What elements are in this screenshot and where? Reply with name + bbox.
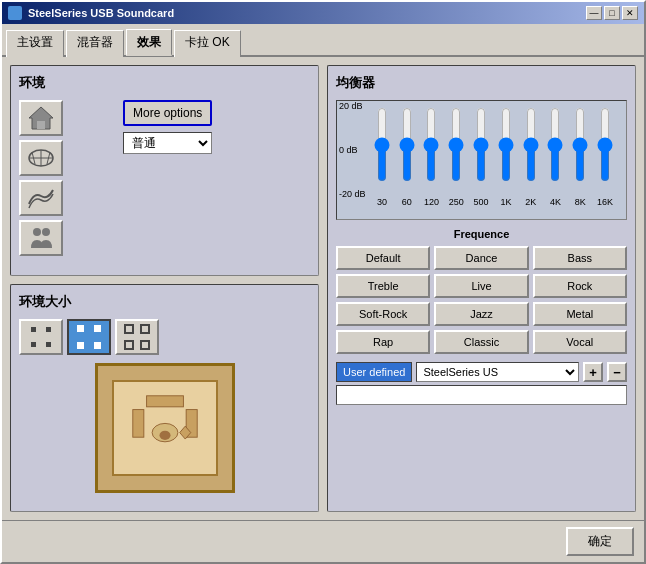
tab-main-settings[interactable]: 主设置 [6,30,64,57]
environment-size-panel: 环境大小 [10,284,319,513]
eq-slider-500 [470,107,492,197]
room-furniture-svg [114,382,216,474]
user-defined-select[interactable]: SteelSeries US [416,362,579,382]
preset-treble[interactable]: Treble [336,274,430,298]
env-icon-house[interactable] [19,100,63,136]
eq-slider-250-input[interactable] [448,107,464,182]
eq-slider-250 [445,107,467,197]
eq-slider-2k-input[interactable] [523,107,539,182]
stadium-icon [27,184,55,212]
freq-1k: 1K [495,197,517,207]
svg-rect-12 [46,342,51,347]
preset-classic[interactable]: Classic [434,330,528,354]
close-button[interactable]: ✕ [622,6,638,20]
svg-point-7 [33,228,41,236]
env-dropdown[interactable]: 普通 [123,132,212,154]
user-defined-label: User defined [336,362,412,382]
svg-point-25 [159,430,170,439]
svg-point-8 [42,228,50,236]
svg-rect-20 [141,341,149,349]
app-icon [8,6,22,20]
eq-db-labels: 20 dB 0 dB -20 dB [339,101,366,199]
svg-rect-9 [31,327,36,332]
eq-db-low: -20 dB [339,189,366,199]
freq-16k: 16K [594,197,616,207]
freq-2k: 2K [520,197,542,207]
tab-effects[interactable]: 效果 [126,29,172,56]
eq-display: 20 dB 0 dB -20 dB [336,100,627,220]
size-small-button[interactable] [19,319,63,355]
size-large-icon [123,323,151,351]
eq-slider-30-input[interactable] [374,107,390,182]
people-icon [27,224,55,252]
maximize-button[interactable]: □ [604,6,620,20]
remove-preset-button[interactable]: − [607,362,627,382]
env-size-panel-title: 环境大小 [19,293,310,311]
freq-500: 500 [470,197,492,207]
title-controls: — □ ✕ [586,6,638,20]
tab-karaoke[interactable]: 卡拉 OK [174,30,241,57]
eq-slider-4k-input[interactable] [547,107,563,182]
preset-default[interactable]: Default [336,246,430,270]
eq-slider-120-input[interactable] [423,107,439,182]
freq-30: 30 [371,197,393,207]
main-window: SteelSeries USB Soundcard — □ ✕ 主设置 混音器 … [0,0,646,564]
size-medium-button[interactable] [67,319,111,355]
eq-slider-1k-input[interactable] [498,107,514,182]
room-inner [112,380,218,476]
preset-live[interactable]: Live [434,274,528,298]
title-bar-text: SteelSeries USB Soundcard [8,6,174,20]
svg-rect-13 [77,325,84,332]
size-buttons [19,319,310,355]
svg-rect-11 [31,342,36,347]
svg-rect-21 [146,395,183,406]
user-defined-row: User defined SteelSeries US + − [336,362,627,382]
freq-250: 250 [445,197,467,207]
eq-slider-500-input[interactable] [473,107,489,182]
eq-sliders [371,107,616,197]
svg-rect-18 [141,325,149,333]
preset-softrock[interactable]: Soft-Rock [336,302,430,326]
more-options-button[interactable]: More options [123,100,212,126]
preset-rap[interactable]: Rap [336,330,430,354]
eq-freq-labels: 30 60 120 250 500 1K 2K 4K 8K 16K [371,197,616,207]
freq-4k: 4K [545,197,567,207]
user-defined-text-input[interactable] [336,385,627,405]
title-bar: SteelSeries USB Soundcard — □ ✕ [2,2,644,24]
eq-slider-8k [569,107,591,197]
eq-slider-1k [495,107,517,197]
eq-slider-16k-input[interactable] [597,107,613,182]
freq-60: 60 [396,197,418,207]
svg-rect-10 [46,327,51,332]
main-content: 环境 [2,57,644,520]
eq-slider-120 [421,107,443,197]
env-icon-stadium[interactable] [19,180,63,216]
minimize-button[interactable]: — [586,6,602,20]
bottom-bar: 确定 [2,520,644,562]
preset-vocal[interactable]: Vocal [533,330,627,354]
tab-bar: 主设置 混音器 效果 卡拉 OK [2,24,644,57]
svg-rect-14 [94,325,101,332]
ok-button[interactable]: 确定 [566,527,634,556]
freq-8k: 8K [569,197,591,207]
tab-mixer[interactable]: 混音器 [66,30,124,57]
env-icon-people[interactable] [19,220,63,256]
eq-slider-16k [594,107,616,197]
preset-rock[interactable]: Rock [533,274,627,298]
size-large-button[interactable] [115,319,159,355]
preset-metal[interactable]: Metal [533,302,627,326]
size-small-icon [27,323,55,351]
env-icon-theater[interactable] [19,140,63,176]
svg-rect-17 [125,325,133,333]
size-medium-icon [75,323,103,351]
svg-rect-22 [132,409,143,437]
preset-jazz[interactable]: Jazz [434,302,528,326]
eq-db-mid: 0 dB [339,145,366,155]
preset-bass[interactable]: Bass [533,246,627,270]
eq-presets: Default Dance Bass Treble Live Rock Soft… [336,246,627,354]
eq-slider-60-input[interactable] [399,107,415,182]
eq-slider-8k-input[interactable] [572,107,588,182]
preset-dance[interactable]: Dance [434,246,528,270]
add-preset-button[interactable]: + [583,362,603,382]
window-title: SteelSeries USB Soundcard [28,7,174,19]
